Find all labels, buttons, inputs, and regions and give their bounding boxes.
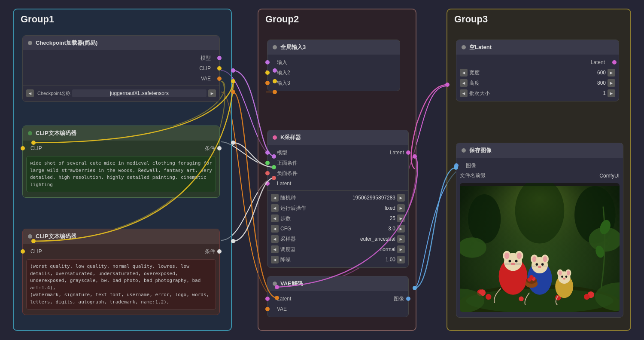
el-height-row: ◄ 高度 800 ► bbox=[456, 78, 619, 88]
si-image-row: 图像 bbox=[456, 160, 623, 171]
ks-neg-in[interactable] bbox=[265, 171, 270, 175]
checkpoint-header: Checkpoint加载器(简易) bbox=[23, 36, 219, 50]
empty-latent-body: Latent ◄ 宽度 600 ► ◄ 高度 800 ► ◄ 批次大小 bbox=[456, 55, 619, 101]
ks-sampler-next[interactable]: ► bbox=[397, 235, 405, 243]
si-image-in[interactable] bbox=[454, 163, 459, 168]
ks-da-next[interactable]: ► bbox=[397, 204, 405, 212]
ks-seed-prev[interactable]: ◄ bbox=[271, 194, 279, 202]
gi-input1-left[interactable] bbox=[265, 60, 270, 64]
el-width-prev[interactable]: ◄ bbox=[460, 69, 468, 77]
gi-input2-left[interactable] bbox=[265, 70, 270, 75]
clip-encoder2-dot bbox=[28, 234, 32, 239]
gi-input3-left[interactable] bbox=[265, 81, 270, 85]
ks-cfg-label: CFG bbox=[280, 226, 337, 232]
clip-encoder1-body: CLIP 条件 wide shot of several cute mice i… bbox=[23, 141, 219, 197]
save-image-title: 保存图像 bbox=[469, 147, 492, 154]
clip-encoder1-title: CLIP文本编码器 bbox=[36, 129, 76, 137]
svg-point-34 bbox=[543, 256, 547, 262]
ks-cfg-prev[interactable]: ◄ bbox=[271, 225, 279, 233]
ks-denoise-label: 降噪 bbox=[280, 256, 337, 263]
ks-da-prev[interactable]: ◄ bbox=[271, 204, 279, 212]
vae-decoder-title: VAE解码 bbox=[280, 280, 303, 288]
vae-vae-in[interactable] bbox=[265, 307, 270, 311]
ks-sampler-prev[interactable]: ◄ bbox=[271, 235, 279, 243]
el-width-label: 宽度 bbox=[469, 69, 537, 77]
el-width-row: ◄ 宽度 600 ► bbox=[456, 67, 619, 78]
clip1-in-dot[interactable] bbox=[21, 146, 25, 150]
svg-point-37 bbox=[538, 266, 541, 268]
clip-encoder2-body: CLIP 条件 (worst quality, low quality, nor… bbox=[23, 244, 219, 315]
ks-sampler-label: 采样器 bbox=[280, 236, 337, 243]
clip-encoder2-textarea[interactable]: (worst quality, low quality, normal qual… bbox=[26, 259, 216, 309]
save-image-body: 图像 文件名前缀 ComfyUI bbox=[456, 158, 623, 317]
vae-out-label: VAE bbox=[201, 76, 211, 82]
clip2-out-dot[interactable] bbox=[217, 249, 222, 254]
el-latent-row: Latent bbox=[456, 57, 614, 67]
ks-denoise-next[interactable]: ► bbox=[397, 256, 405, 263]
model-label: 模型 bbox=[200, 55, 211, 62]
el-width-next[interactable]: ► bbox=[608, 69, 615, 77]
ks-latent-in[interactable] bbox=[265, 181, 270, 186]
group3: Group3 空Latent Latent ◄ 宽度 600 ► ◄ bbox=[447, 9, 631, 331]
ks-scheduler-prev[interactable]: ◄ bbox=[271, 245, 279, 253]
group2-title: Group2 bbox=[258, 9, 416, 29]
si-prefix-value: ComfyUI bbox=[541, 173, 620, 179]
ks-seed-next[interactable]: ► bbox=[397, 194, 405, 202]
ks-latent-out[interactable] bbox=[406, 150, 410, 155]
empty-latent-dot bbox=[462, 45, 466, 49]
ks-steps-value: 25 bbox=[339, 215, 395, 221]
el-batch-row: ◄ 批次大小 1 ► bbox=[456, 88, 619, 98]
vae-out-dot[interactable] bbox=[217, 77, 222, 81]
el-batch-next[interactable]: ► bbox=[608, 89, 615, 97]
vae-port-row: VAE bbox=[23, 74, 219, 84]
clip-encoder2-title: CLIP文本编码器 bbox=[36, 233, 76, 240]
el-height-next[interactable]: ► bbox=[608, 79, 615, 87]
k-sampler-dot bbox=[273, 135, 277, 140]
ks-model-label: 模型 bbox=[277, 149, 287, 156]
clip1-port-row: CLIP 条件 bbox=[23, 143, 219, 153]
clip-encoder2-node: CLIP文本编码器 CLIP 条件 (worst quality, low qu… bbox=[22, 229, 220, 315]
ks-cfg-row: ◄ CFG 3.0 ► bbox=[267, 224, 408, 234]
ks-steps-prev[interactable]: ◄ bbox=[271, 214, 279, 222]
svg-point-23 bbox=[515, 260, 518, 263]
ks-model-in[interactable] bbox=[265, 150, 270, 155]
vae-decoder-body: Latent 图像 VAE bbox=[267, 291, 408, 317]
ks-cfg-next[interactable]: ► bbox=[397, 225, 405, 233]
save-image-dot bbox=[462, 148, 466, 153]
ks-pos-row: 正面条件 bbox=[267, 158, 408, 168]
ks-denoise-prev[interactable]: ◄ bbox=[271, 256, 279, 263]
el-batch-prev[interactable]: ◄ bbox=[460, 89, 468, 97]
el-latent-out[interactable] bbox=[612, 60, 617, 64]
svg-point-21 bbox=[517, 252, 522, 259]
el-height-prev[interactable]: ◄ bbox=[460, 79, 468, 87]
svg-point-44 bbox=[559, 270, 562, 275]
ks-denoise-after-row: ◄ 运行后操作 fixed ► bbox=[267, 203, 408, 213]
vae-latent-in[interactable] bbox=[265, 297, 270, 301]
clip-encoder1-textarea[interactable]: wide shot of several cute mice in mediev… bbox=[26, 156, 216, 192]
vae-vae-label: VAE bbox=[277, 306, 287, 312]
ks-sampler-value: euler_ancestral bbox=[339, 236, 395, 242]
vae-latent-label: Latent bbox=[277, 296, 291, 302]
vae-image-out[interactable] bbox=[406, 297, 410, 301]
gi-input1-label: 输入 bbox=[277, 59, 287, 66]
vae-vae-row: VAE bbox=[267, 304, 408, 314]
ks-pos-in[interactable] bbox=[265, 161, 270, 165]
ks-sampler-row: ◄ 采样器 euler_ancestral ► bbox=[267, 234, 408, 244]
si-prefix-label: 文件名前缀 bbox=[460, 172, 539, 179]
ks-steps-next[interactable]: ► bbox=[397, 214, 405, 222]
checkpoint-node: Checkpoint加载器(简易) 模型 CLIP VAE ◄ bbox=[22, 35, 220, 102]
checkpoint-prev-btn[interactable]: ◄ bbox=[26, 89, 34, 97]
ks-scheduler-next[interactable]: ► bbox=[397, 245, 405, 253]
el-width-value: 600 bbox=[538, 70, 606, 76]
save-image-node: 保存图像 图像 文件名前缀 ComfyUI bbox=[456, 143, 623, 318]
svg-point-33 bbox=[532, 256, 537, 262]
clip1-out-dot[interactable] bbox=[217, 146, 222, 150]
clip2-in-dot[interactable] bbox=[21, 249, 25, 254]
ks-seed-value: 195062995897283 bbox=[339, 195, 395, 201]
global-input-node: 全局输入3 输入 输入2 输入3 bbox=[267, 40, 400, 91]
model-out-dot[interactable] bbox=[217, 56, 222, 60]
clip-out-dot[interactable] bbox=[217, 66, 222, 70]
checkpoint-next-btn[interactable]: ► bbox=[208, 89, 216, 97]
checkpoint-value: juggernautXL.safetensors bbox=[72, 89, 207, 97]
ks-denoise-value: 1.00 bbox=[339, 257, 395, 263]
